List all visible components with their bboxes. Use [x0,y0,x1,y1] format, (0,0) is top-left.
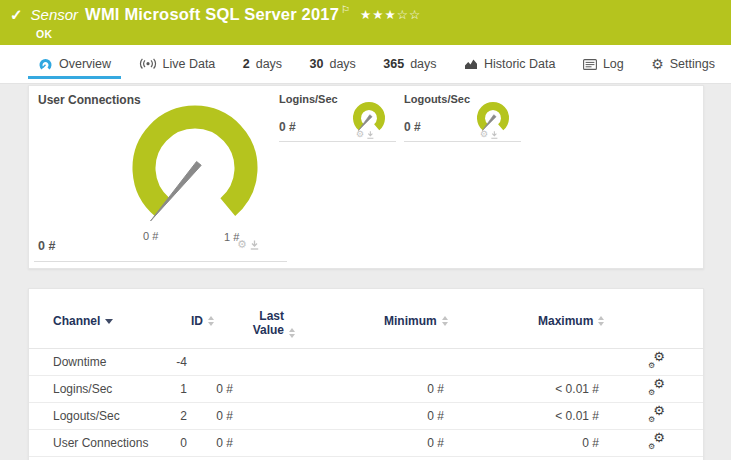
channel-last-value: 0 # [187,409,233,423]
channel-maximum: < 0.01 # [444,409,599,423]
gear-icon: ⚙ [648,416,655,424]
column-header-maximum[interactable]: Maximum [538,314,604,328]
channel-minimum: 0 # [233,382,444,396]
gauge-actions: ⚙ [480,130,498,139]
channels-table-body: Downtime -4 ⚙⚙ Logins/Sec 1 0 # 0 # < 0.… [29,349,703,457]
tab-day-count: 30 [310,57,324,71]
column-label: Maximum [538,314,593,328]
gauge-current-value: 0 # [38,239,55,253]
download-icon[interactable] [250,240,259,250]
user-connections-gauge [125,93,265,243]
column-label: ID [191,314,203,328]
download-icon[interactable] [367,131,374,139]
channel-settings-icon[interactable]: ⚙⚙ [648,380,665,396]
tab-365-days[interactable]: 365 days [383,45,436,83]
sort-desc-icon [105,319,113,324]
gauge-actions: ⚙ [237,239,259,250]
channel-settings-icon[interactable]: ⚙⚙ [648,353,665,369]
tab-label: days [256,57,282,71]
column-header-id[interactable]: ID [191,314,214,328]
table-row-downtime[interactable]: Downtime -4 ⚙⚙ [29,349,703,376]
channel-minimum: 0 # [233,409,444,423]
channel-id: 0 [163,436,187,450]
tab-historic-data[interactable]: Historic Data [464,45,556,83]
channel-minimum: 0 # [233,436,444,450]
tab-bar: Overview Live Data 2 days 30 days 365 da… [0,45,731,84]
tab-30-days[interactable]: 30 days [310,45,356,83]
channel-name[interactable]: Downtime [53,355,163,369]
status-badge: OK [36,28,53,40]
sensor-type-label: Sensor [31,6,79,23]
column-label: Minimum [384,314,437,328]
gear-icon[interactable]: ⚙ [356,130,364,139]
tab-label: days [329,57,355,71]
gauge-title-logins: Logins/Sec [279,93,338,105]
gear-icon[interactable]: ⚙ [480,130,488,139]
table-row-logouts[interactable]: Logouts/Sec 2 0 # 0 # < 0.01 # ⚙⚙ [29,403,703,430]
tab-log[interactable]: Log [583,45,624,83]
gauge-actions: ⚙ [356,130,374,139]
gear-icon: ⚙ [648,362,655,370]
stars-filled: ★★★ [360,8,397,22]
gauges-panel: User Connections 0 # 1 # 0 # ⚙ Logins/Se… [28,85,704,269]
tab-day-count: 365 [383,57,404,71]
column-header-last-value[interactable]: Last Value [242,309,295,338]
column-label: Channel [53,314,100,328]
sort-icon [598,316,604,326]
tab-label: days [410,57,436,71]
priority-stars[interactable]: ★★★☆☆ [360,7,421,22]
tab-2-days[interactable]: 2 days [243,45,282,83]
column-label: Last Value [242,309,284,338]
channel-settings-icon[interactable]: ⚙⚙ [648,407,665,423]
flag-icon[interactable]: ⚐ [341,4,350,15]
sort-icon [442,316,448,326]
sort-icon [208,316,214,326]
chart-icon [464,58,478,70]
tab-label: Log [603,57,624,71]
tab-label: Historic Data [484,57,556,71]
channel-name[interactable]: Logouts/Sec [53,409,163,423]
prtg-sensor-page: ✓ Sensor WMI Microsoft SQL Server 2017 ⚐… [0,0,731,460]
channel-last-value: 0 # [187,436,233,450]
channel-id: -4 [163,355,187,369]
table-row-logins[interactable]: Logins/Sec 1 0 # 0 # < 0.01 # ⚙⚙ [29,376,703,403]
channels-table-panel: Channel ID Last Value Minimum Maximum Do… [28,288,704,460]
tab-label: Settings [670,57,715,71]
tab-overview[interactable]: Overview [38,45,111,83]
tab-label: Live Data [163,57,216,71]
stars-empty: ☆☆ [397,8,421,22]
channel-name[interactable]: Logins/Sec [53,382,163,396]
channel-id: 2 [163,409,187,423]
column-header-channel[interactable]: Channel [53,314,113,328]
tab-day-count: 2 [243,57,250,71]
gear-icon: ⚙ [648,443,655,451]
table-row-user-connections[interactable]: User Connections 0 0 # 0 # 0 # ⚙⚙ [29,430,703,457]
ok-check-icon: ✓ [10,6,23,24]
log-icon [583,59,597,70]
channel-settings-icon[interactable]: ⚙⚙ [648,434,665,450]
gauge-icon [38,57,53,72]
gauge-current-value: 0 # [404,120,421,134]
sort-icon [289,328,295,338]
live-data-icon [139,58,157,70]
channel-maximum: < 0.01 # [444,382,599,396]
sensor-title: WMI Microsoft SQL Server 2017 [85,5,339,24]
sensor-status-bar: ✓ Sensor WMI Microsoft SQL Server 2017 ⚐… [0,0,731,45]
gauge-current-value: 0 # [279,120,296,134]
gauge-title-logouts: Logouts/Sec [404,93,470,105]
channel-last-value: 0 # [187,382,233,396]
channel-id: 1 [163,382,187,396]
channel-maximum: 0 # [444,436,599,450]
download-icon[interactable] [491,131,498,139]
tab-live-data[interactable]: Live Data [139,45,216,83]
gauge-scale-min: 0 # [143,230,158,242]
gear-icon: ⚙ [651,57,664,71]
tab-label: Overview [59,57,111,71]
column-header-minimum[interactable]: Minimum [384,314,448,328]
tab-settings[interactable]: ⚙ Settings [651,45,715,83]
channel-name[interactable]: User Connections [53,436,163,450]
gear-icon[interactable]: ⚙ [237,239,247,250]
gear-icon: ⚙ [648,389,655,397]
